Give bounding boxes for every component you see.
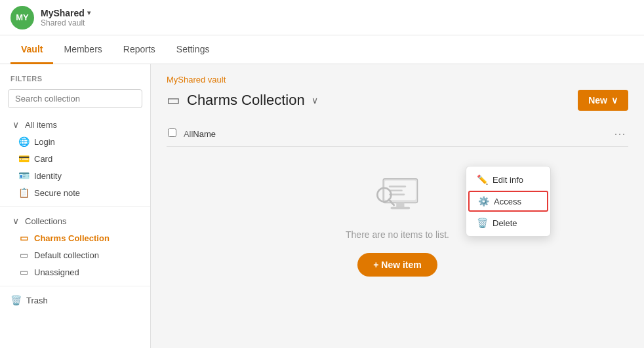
tab-members[interactable]: Members — [53, 35, 112, 64]
edit-info-label: Edit info — [493, 175, 523, 185]
vault-name-row[interactable]: MyShared ▾ — [41, 8, 91, 18]
col-name: Name — [193, 129, 611, 139]
new-item-button[interactable]: + New item — [357, 253, 437, 277]
vault-chevron-icon: ▾ — [87, 9, 91, 16]
unassigned-icon: ▭ — [18, 267, 29, 277]
sidebar-default-collection-label: Default collection — [34, 250, 99, 260]
title-chevron-icon[interactable]: ∨ — [312, 95, 318, 106]
sidebar-identity-label: Identity — [34, 171, 62, 181]
login-icon: 🌐 — [18, 136, 29, 147]
delete-icon: 🗑️ — [477, 218, 487, 228]
dropdown-access[interactable]: ⚙️ Access — [468, 191, 548, 212]
sidebar-charms-collection-label: Charms Collection — [34, 233, 110, 243]
svg-rect-3 — [391, 207, 411, 210]
main-layout: FILTERS ∨ All items 🌐 Login 💳 Card 🪪 Ide… — [0, 64, 644, 348]
sidebar-item-trash[interactable]: 🗑️ Trash — [0, 292, 150, 309]
page-title-row: ▭ Charms Collection ∨ — [167, 92, 318, 109]
divider — [0, 206, 150, 207]
sidebar-item-card[interactable]: 💳 Card — [0, 150, 150, 167]
sidebar-trash-label: Trash — [26, 296, 48, 305]
vault-name-text: MyShared — [41, 8, 85, 18]
tab-reports[interactable]: Reports — [113, 35, 166, 64]
tab-settings[interactable]: Settings — [166, 35, 220, 64]
sidebar-item-login[interactable]: 🌐 Login — [0, 133, 150, 150]
chevron-down-icon: ∨ — [10, 119, 21, 130]
nav-tabs: Vault Members Reports Settings — [0, 35, 644, 64]
top-bar: MY MyShared ▾ Shared vault — [0, 0, 644, 35]
trash-icon: 🗑️ — [10, 295, 21, 305]
tab-vault[interactable]: Vault — [10, 35, 53, 64]
col-all-label: All — [184, 129, 193, 139]
search-collection-input[interactable] — [8, 89, 142, 108]
dropdown-delete[interactable]: 🗑️ Delete — [466, 212, 550, 233]
sidebar-secure-note-label: Secure note — [34, 188, 80, 198]
content-area: MyShared vault ▭ Charms Collection ∨ New… — [151, 64, 644, 348]
vault-info: MyShared ▾ Shared vault — [41, 8, 91, 28]
dropdown-edit-info[interactable]: ✏️ Edit info — [466, 169, 550, 190]
table-header: All Name ⋯ — [167, 121, 628, 147]
sidebar-item-unassigned[interactable]: ▭ Unassigned — [0, 263, 150, 280]
sidebar-card-label: Card — [34, 154, 52, 164]
access-label: Access — [494, 197, 521, 206]
more-options-icon[interactable]: ⋯ — [611, 126, 628, 141]
select-all-checkbox[interactable] — [168, 128, 176, 137]
collections-label: Collections — [25, 216, 67, 226]
all-items-label: All items — [25, 120, 57, 130]
empty-state-illustration — [368, 173, 427, 219]
new-button-label: New — [588, 95, 607, 106]
sidebar-item-identity[interactable]: 🪪 Identity — [0, 167, 150, 184]
card-icon: 💳 — [18, 153, 29, 164]
filters-title: FILTERS — [0, 75, 150, 89]
new-button[interactable]: New ∨ — [578, 90, 628, 111]
edit-info-icon: ✏️ — [477, 174, 487, 185]
sidebar-collections-header[interactable]: ∨ Collections — [0, 212, 150, 229]
sidebar-item-charms-collection[interactable]: ▭ Charms Collection — [0, 229, 150, 246]
identity-icon: 🪪 — [18, 170, 29, 181]
secure-note-icon: 📋 — [18, 187, 29, 198]
delete-label: Delete — [493, 218, 517, 228]
svg-rect-2 — [396, 203, 404, 208]
charms-collection-icon: ▭ — [18, 233, 29, 243]
page-title: Charms Collection — [187, 92, 305, 109]
sidebar-all-items[interactable]: ∨ All items — [0, 116, 150, 133]
access-icon: ⚙️ — [478, 196, 489, 206]
sidebar: FILTERS ∨ All items 🌐 Login 💳 Card 🪪 Ide… — [0, 64, 151, 348]
breadcrumb: MyShared vault — [167, 75, 628, 85]
dropdown-menu: ✏️ Edit info ⚙️ Access 🗑️ Delete — [466, 166, 551, 237]
new-button-chevron-icon: ∨ — [611, 95, 618, 106]
sidebar-item-default-collection[interactable]: ▭ Default collection — [0, 246, 150, 263]
empty-state: There are no items to list. + New item — [167, 147, 628, 290]
svg-rect-4 — [389, 185, 406, 187]
sidebar-item-secure-note[interactable]: 📋 Secure note — [0, 184, 150, 201]
col-all: All — [167, 128, 193, 139]
sidebar-unassigned-label: Unassigned — [34, 267, 79, 277]
default-collection-icon: ▭ — [18, 250, 29, 260]
collections-section: ∨ Collections ▭ Charms Collection ▭ Defa… — [0, 212, 150, 280]
divider2 — [0, 286, 150, 286]
collections-chevron-icon: ∨ — [10, 216, 21, 226]
vault-subtitle: Shared vault — [41, 18, 91, 28]
search-collection-wrapper — [8, 89, 142, 108]
sidebar-login-label: Login — [34, 137, 55, 147]
avatar[interactable]: MY — [10, 6, 34, 29]
empty-state-text: There are no items to list. — [346, 229, 449, 240]
page-header: ▭ Charms Collection ∨ New ∨ — [167, 90, 628, 111]
collection-folder-icon: ▭ — [167, 92, 180, 109]
